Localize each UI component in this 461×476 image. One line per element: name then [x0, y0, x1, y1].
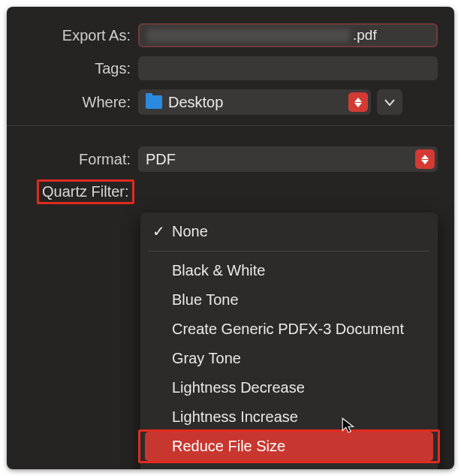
- menu-item-black-white[interactable]: Black & White: [145, 256, 433, 285]
- menu-item-gray-tone[interactable]: Gray Tone: [145, 344, 433, 373]
- updown-caret-icon: [415, 149, 435, 169]
- cursor-icon: [341, 417, 357, 433]
- checkmark-icon: ✓: [152, 221, 165, 242]
- pdf-suffix: .pdf: [353, 27, 377, 44]
- tags-field[interactable]: [138, 56, 438, 80]
- folder-icon: [146, 95, 162, 109]
- menu-item-lightness-decrease[interactable]: Lightness Decrease: [145, 373, 433, 402]
- where-value: Desktop: [168, 94, 223, 111]
- where-popup[interactable]: Desktop: [138, 89, 371, 115]
- quartz-filter-label: Quartz Filter:: [37, 179, 134, 204]
- quartz-filter-menu: ✓ None Black & White Blue Tone Create Ge…: [140, 212, 438, 469]
- menu-item-lightness-increase[interactable]: Lightness Increase: [145, 402, 433, 432]
- menu-item-sepia-tone[interactable]: Sepia Tone: [145, 461, 433, 469]
- redacted-filename: [147, 29, 350, 42]
- format-value: PDF: [146, 151, 176, 168]
- menu-item-generic-pdfx3[interactable]: Create Generic PDFX-3 Document: [145, 315, 433, 344]
- updown-caret-icon: [348, 92, 368, 112]
- export-as-field[interactable]: .pdf: [138, 23, 438, 47]
- export-as-label: Export As:: [7, 27, 138, 44]
- where-label: Where:: [7, 94, 138, 111]
- format-popup[interactable]: PDF: [138, 146, 438, 172]
- expand-button[interactable]: [377, 89, 402, 115]
- menu-item-none[interactable]: ✓ None: [145, 217, 433, 246]
- tags-label: Tags:: [7, 60, 138, 77]
- menu-item-blue-tone[interactable]: Blue Tone: [145, 285, 433, 315]
- menu-separator: [148, 251, 430, 252]
- format-label: Format:: [7, 151, 138, 168]
- menu-item-reduce-file-size[interactable]: Reduce File Size: [145, 432, 433, 461]
- export-sheet: Export As: .pdf Tags: Where: Desktop: [7, 7, 454, 469]
